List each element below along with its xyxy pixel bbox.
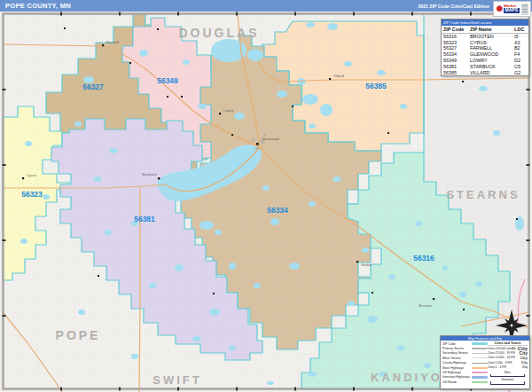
legend-road-items: ZIP CodePrimary StreetsSecondary Streets… [442, 341, 488, 385]
logo-star-icon: ✺ [497, 5, 504, 13]
zip-label-56323: 56323 [21, 190, 43, 199]
zip-table-title: ZIP Code Index/Grid Locator [442, 20, 528, 26]
county-label-swift: SWIFT [153, 373, 201, 387]
zip-label-56349: 56349 [157, 76, 178, 85]
table-header-row: ZIP Code ZIP Name LOC [442, 26, 528, 33]
county-label-douglas: DOUGLAS [179, 26, 260, 40]
map-legend: Map Features and Key ZIP CodePrimary Str… [440, 335, 530, 389]
city-label-villard: Villard [333, 74, 344, 78]
legend-city-item: Cities 5,000 - 9,999City [488, 360, 528, 365]
city-label-brooten: Brooten [419, 303, 433, 308]
logo-side-box [521, 4, 528, 15]
table-row: 56385VILLARDG2 [442, 69, 528, 75]
table-row: 56327FARWELLB2 [442, 45, 528, 51]
zip-label-56381: 56381 [134, 215, 155, 223]
zip-label-56385: 56385 [365, 82, 387, 90]
marketmaps-logo: ✺ Market MAPS [493, 1, 531, 17]
col-loc: LOC [512, 26, 528, 33]
table-row: 56349LOWRYD2 [442, 58, 528, 64]
city-label-sedan: Sedan [361, 263, 372, 267]
scale-bar-km: Kilometers [488, 378, 528, 384]
legend-city-item: Cities 1 - 4,999City [488, 365, 528, 369]
city-label-starbuck: Starbuck [142, 172, 158, 176]
zip-index-table: ZIP Code Index/Grid Locator ZIP Code ZIP… [441, 19, 529, 76]
map-page: { "header": { "title": "POPE COUNTY, MN"… [0, 0, 532, 392]
edition-label: 2021 ZIP Code ColorCast Edition [418, 4, 489, 9]
col-zip-code: ZIP Code [442, 26, 468, 33]
zip-table-body: 56316BROOTENI556323CYRUSA356327FARWELLB2… [442, 33, 528, 75]
zip-label-56327: 56327 [82, 82, 104, 91]
logo-brand-bottom: MAPS [504, 8, 519, 13]
table-row: 56381STARBUCKC5 [442, 63, 528, 69]
city-label-glenwood: Glenwood [262, 137, 279, 141]
city-label-lowry: Lowry [223, 108, 234, 113]
zip-label-56334: 56334 [267, 206, 288, 215]
table-row: 56316BROOTENI5 [442, 33, 528, 39]
scale-bar-miles: Miles [488, 371, 528, 377]
county-label-pope: POPE [56, 328, 101, 342]
page-title: POPE COUNTY, MN [5, 2, 71, 10]
legend-item: Toll Roads [442, 380, 488, 384]
city-label-cyrus: Cyrus [27, 173, 36, 177]
title-bar: POPE COUNTY, MN 2021 ZIP Code ColorCast … [0, 0, 532, 12]
city-label-farwell: Farwell [106, 40, 119, 44]
county-label-stearns: STEARNS [446, 188, 520, 201]
legend-city-item: Cities 10,000 - 24,999City [488, 356, 528, 360]
legend-city-items: Cities 100,000 and AboveCityCities 25,00… [488, 347, 528, 370]
table-row: 56323CYRUSA3 [442, 39, 528, 45]
table-row: 56334GLENWOODF4 [442, 51, 528, 58]
col-zip-name: ZIP Name [468, 26, 512, 33]
zip-label-56316: 56316 [413, 254, 434, 263]
